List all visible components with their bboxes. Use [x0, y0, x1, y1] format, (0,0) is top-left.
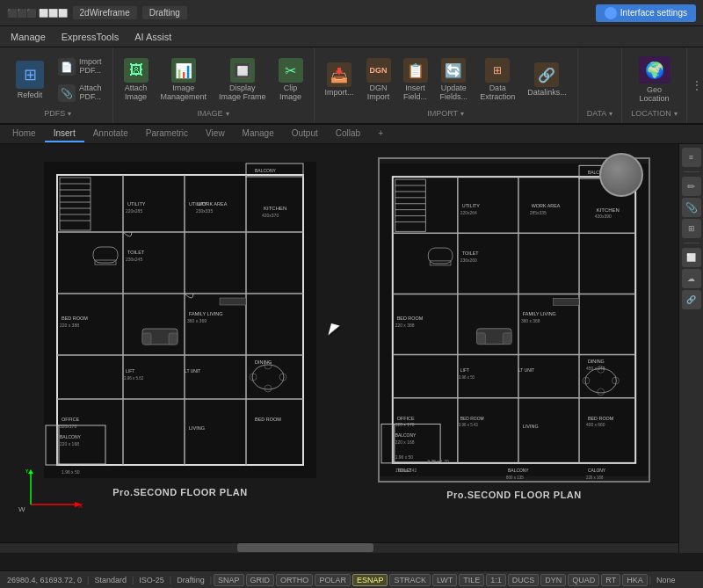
rt-grid-btn[interactable]: ⊞	[682, 219, 701, 238]
svg-text:BED ROOM: BED ROOM	[588, 416, 614, 421]
tab-output[interactable]: Output	[283, 126, 327, 142]
svg-text:DINING: DINING	[588, 359, 605, 364]
ribbon-btn-image-mgmt[interactable]: 📊 ImageManagement	[156, 53, 213, 107]
ribbon-btn-data-extraction[interactable]: ⊞ DataExtraction	[475, 53, 520, 107]
svg-text:220 x 168: 220 x 168	[586, 475, 604, 480]
polar-btn[interactable]: POLAR	[315, 574, 351, 586]
rt-layer-btn[interactable]: ⬜	[682, 248, 701, 267]
import-section-label[interactable]: IMPORT	[424, 107, 467, 120]
svg-text:220 x 168: 220 x 168	[60, 441, 79, 446]
horizontal-scroll-thumb[interactable]	[237, 543, 373, 552]
ribbon-btn-insert-field[interactable]: 📋 InsertField...	[398, 53, 433, 107]
hka-btn[interactable]: HKA	[622, 574, 648, 586]
ortho-btn[interactable]: ORTHO	[276, 574, 313, 586]
drafting-mode[interactable]: Drafting	[142, 6, 187, 19]
datalinks-label: Datalinks...	[527, 89, 567, 98]
svg-text:KITCHEN: KITCHEN	[597, 207, 620, 213]
ribbon-btn-display-frame[interactable]: 🔲 DisplayImage Frame	[214, 53, 272, 107]
svg-text:W: W	[18, 505, 25, 513]
svg-text:WORK AREA: WORK AREA	[532, 203, 561, 208]
menu-expresstools[interactable]: ExpressTools	[54, 29, 126, 45]
grid-btn[interactable]: GRID	[246, 574, 275, 586]
rt-btn[interactable]: RT	[601, 574, 620, 586]
svg-text:285x335: 285x335	[530, 211, 547, 215]
tab-insert[interactable]: Insert	[45, 126, 84, 142]
drafting-status: Drafting	[173, 576, 208, 584]
image-mgmt-icon: 📊	[171, 58, 196, 83]
ribbon-btn-attach-image[interactable]: 🖼 AttachImage	[119, 53, 154, 107]
ratio-btn[interactable]: 1:1	[486, 574, 506, 586]
ribbon-expand-btn[interactable]: ⋮⋮	[691, 78, 703, 92]
rt-link-btn[interactable]: 🔗	[682, 290, 701, 309]
insert-field-icon: 📋	[403, 58, 428, 83]
svg-text:BALCONY: BALCONY	[508, 468, 529, 473]
ribbon-btn-import[interactable]: 📥 Import...	[320, 53, 359, 107]
svg-text:BALCONY: BALCONY	[60, 434, 82, 439]
tab-home[interactable]: Home	[4, 126, 45, 142]
ribbon-section-location: 🌍 GeoLocation LOCATION	[622, 47, 686, 123]
right-toolbar: ≡ ✏ 📎 ⊞ ⬜ ☁ 🔗	[678, 144, 703, 553]
update-fields-icon: 🔄	[441, 58, 466, 83]
import-icon: 📥	[327, 62, 352, 87]
svg-text:FAMILY LIVING: FAMILY LIVING	[189, 311, 223, 316]
svg-rect-32	[220, 298, 246, 305]
tab-parametric[interactable]: Parametric	[137, 126, 197, 142]
floor-plan-right-svg: KITCHEN 420x390 UTILITY 220x264 WORK ARE…	[380, 159, 649, 481]
dyn-btn[interactable]: DYN	[540, 574, 566, 586]
ribbon-buttons-image: 🖼 AttachImage 📊 ImageManagement 🔲 Displa…	[119, 49, 308, 107]
image-section-label[interactable]: IMAGE	[194, 107, 233, 120]
view-mode[interactable]: 2dWireframe	[73, 6, 137, 19]
interface-settings-button[interactable]: Interface settings	[596, 4, 696, 22]
esnap-btn[interactable]: ESNAP	[352, 574, 388, 586]
menu-manage[interactable]: Manage	[4, 29, 53, 45]
tile-btn[interactable]: TILE	[459, 574, 484, 586]
rt-properties-btn[interactable]: ≡	[682, 148, 701, 167]
rt-clip-btn[interactable]: 📎	[682, 198, 701, 217]
canvas-area[interactable]: KITCHEN 420x370 UTILITY 220x285 UTILITY …	[0, 144, 678, 553]
svg-rect-102	[477, 333, 486, 345]
data-section-label[interactable]: DATA	[583, 107, 617, 120]
rt-cloud-btn[interactable]: ☁	[682, 269, 701, 288]
interface-settings-label: Interface settings	[620, 8, 687, 18]
ribbon-btn-attach-pdf[interactable]: 📎 AttachPDF...	[53, 81, 107, 105]
plan-right-title: Pro.SECOND FLOOR PLAN	[446, 490, 582, 500]
svg-text:BED ROOM: BED ROOM	[460, 417, 484, 421]
viewport-navigation[interactable]	[599, 153, 643, 197]
ribbon-btn-update-fields[interactable]: 🔄 UpdateFields...	[435, 53, 474, 107]
cursor-arrow	[328, 323, 339, 338]
ribbon-btn-import-pdf[interactable]: 📄 ImportPDF...	[53, 54, 107, 79]
import-pdf-icon: 📄	[58, 58, 76, 76]
tab-plus[interactable]: +	[369, 126, 392, 142]
horizontal-scrollbar[interactable]	[0, 542, 678, 553]
plan-left-title: Pro.SECOND FLOOR PLAN	[112, 487, 248, 497]
ducs-btn[interactable]: DUCS	[508, 574, 540, 586]
svg-text:230x335: 230x335	[196, 208, 213, 214]
ribbon-btn-refedit[interactable]: ⊞ Refedit	[9, 53, 51, 107]
svg-text:3.96 x 5.62: 3.96 x 5.62	[124, 376, 144, 381]
svg-text:420x370: 420x370	[262, 213, 279, 218]
rt-pen-btn[interactable]: ✏	[682, 177, 701, 196]
strack-btn[interactable]: STRACK	[389, 574, 431, 586]
tab-view[interactable]: View	[197, 126, 234, 142]
tab-bar: Home Insert Annotate Parametric View Man…	[0, 125, 703, 144]
iso-value: ISO-25	[135, 576, 168, 584]
tab-annotate[interactable]: Annotate	[84, 126, 137, 142]
svg-text:3.96 x 5.43: 3.96 x 5.43	[459, 423, 478, 427]
snap-btn[interactable]: SNAP	[214, 574, 244, 586]
lwt-btn[interactable]: LWT	[432, 574, 457, 586]
pdfs-section-label[interactable]: PDFS	[40, 107, 75, 120]
attach-image-label: AttachImage	[125, 84, 148, 102]
ribbon-btn-datalinks[interactable]: 🔗 Datalinks...	[522, 53, 572, 107]
ribbon-section-image: 🖼 AttachImage 📊 ImageManagement 🔲 Displa…	[113, 47, 315, 123]
attach-pdf-label: AttachPDF...	[79, 84, 102, 102]
quad-btn[interactable]: QUAD	[568, 574, 599, 586]
title-bar-right: Interface settings	[596, 4, 696, 22]
tab-collab[interactable]: Collab	[327, 126, 369, 142]
ribbon-btn-dgn-import[interactable]: DGN DGNImport	[361, 53, 396, 107]
update-fields-label: UpdateFields...	[440, 84, 468, 102]
ribbon-btn-geo-location[interactable]: 🌍 GeoLocation	[632, 53, 678, 107]
title-bar-left: ⬛⬛⬛ ⬜⬜⬜ 2dWireframe Drafting	[7, 6, 187, 19]
menu-ai-assist[interactable]: AI Assist	[127, 29, 178, 45]
ribbon-btn-clip-image[interactable]: ✂ ClipImage	[273, 53, 308, 107]
tab-manage[interactable]: Manage	[234, 126, 283, 142]
